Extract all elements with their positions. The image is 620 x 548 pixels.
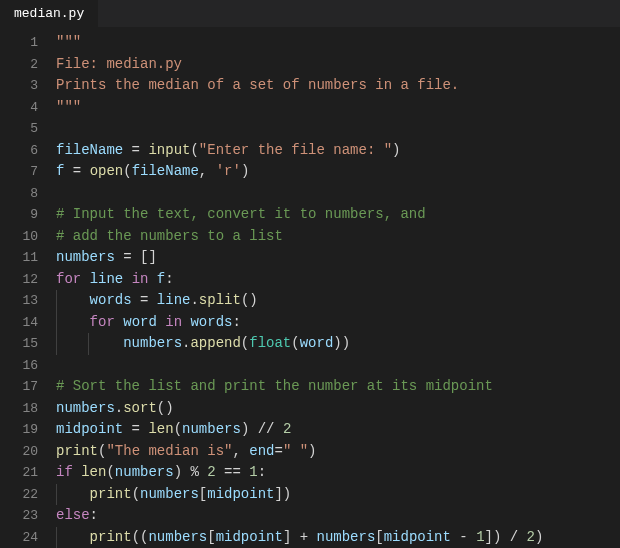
code-line[interactable]: for line in f: [56, 269, 620, 291]
token-fn: sort [123, 400, 157, 416]
code-line[interactable]: print((numbers[midpoint] + numbers[midpo… [56, 527, 620, 549]
code-line[interactable] [56, 183, 620, 205]
token-op: ( [106, 464, 114, 480]
line-number: 15 [0, 333, 56, 355]
token-var: word [123, 314, 157, 330]
tab-median[interactable]: median.py [0, 0, 99, 27]
token-num: 1 [476, 529, 484, 545]
token-var: midpoint [384, 529, 451, 545]
code-line[interactable]: words = line.split() [56, 290, 620, 312]
token-op: : [258, 464, 266, 480]
token-op: ( [190, 142, 198, 158]
code-line[interactable]: fileName = input("Enter the file name: "… [56, 140, 620, 162]
token-str: """ [56, 34, 81, 50]
code-line[interactable]: numbers.sort() [56, 398, 620, 420]
code-line[interactable]: Prints the median of a set of numbers in… [56, 75, 620, 97]
token-str: " " [283, 443, 308, 459]
line-number: 18 [0, 398, 56, 420]
token-op: , [199, 163, 216, 179]
token-str: Prints the median of a set of numbers in… [56, 77, 459, 93]
token-kw: in [132, 271, 149, 287]
token-op [56, 335, 123, 351]
token-op: = [] [115, 249, 157, 265]
indent-guide [88, 333, 89, 355]
code-line[interactable]: # add the numbers to a list [56, 226, 620, 248]
token-str: 'r' [216, 163, 241, 179]
token-com: # Sort the list and print the number at … [56, 378, 493, 394]
line-number: 13 [0, 290, 56, 312]
code-line[interactable]: numbers = [] [56, 247, 620, 269]
code-line[interactable] [56, 355, 620, 377]
token-kw: for [56, 271, 81, 287]
line-number: 2 [0, 54, 56, 76]
code-line[interactable]: numbers.append(float(word)) [56, 333, 620, 355]
token-kw: in [165, 314, 182, 330]
code-line[interactable]: File: median.py [56, 54, 620, 76]
token-kw: if [56, 464, 73, 480]
token-op [56, 529, 90, 545]
code-line[interactable]: # Input the text, convert it to numbers,… [56, 204, 620, 226]
code-area[interactable]: """File: median.pyPrints the median of a… [56, 28, 620, 548]
token-fn: len [81, 464, 106, 480]
token-var: numbers [123, 335, 182, 351]
token-fn: input [148, 142, 190, 158]
token-fn: print [56, 443, 98, 459]
indent-guide [56, 333, 57, 355]
token-op: . [190, 292, 198, 308]
token-op: = [123, 142, 148, 158]
code-line[interactable]: print(numbers[midpoint]) [56, 484, 620, 506]
code-line[interactable]: f = open(fileName, 'r') [56, 161, 620, 183]
token-num: 2 [207, 464, 215, 480]
token-op: ) [535, 529, 543, 545]
code-line[interactable] [56, 118, 620, 140]
token-op: )) [333, 335, 350, 351]
token-fn: print [90, 529, 132, 545]
token-com: # Input the text, convert it to numbers,… [56, 206, 426, 222]
token-op: = [274, 443, 282, 459]
token-var: line [90, 271, 124, 287]
token-var: words [90, 292, 132, 308]
token-op: () [241, 292, 258, 308]
token-var: numbers [140, 486, 199, 502]
code-line[interactable]: if len(numbers) % 2 == 1: [56, 462, 620, 484]
token-op: ) [241, 163, 249, 179]
line-number: 11 [0, 247, 56, 269]
token-op: = [64, 163, 89, 179]
token-op: ]) [274, 486, 291, 502]
code-line[interactable]: """ [56, 32, 620, 54]
code-line[interactable]: midpoint = len(numbers) // 2 [56, 419, 620, 441]
code-line[interactable]: # Sort the list and print the number at … [56, 376, 620, 398]
token-fn: append [190, 335, 240, 351]
token-num: 1 [249, 464, 257, 480]
code-line[interactable]: """ [56, 97, 620, 119]
tab-filename: median.py [14, 6, 84, 21]
token-fn: print [90, 486, 132, 502]
token-op: - [451, 529, 476, 545]
code-line[interactable]: for word in words: [56, 312, 620, 334]
line-number: 6 [0, 140, 56, 162]
token-op [81, 271, 89, 287]
token-op: : [232, 314, 240, 330]
line-number: 3 [0, 75, 56, 97]
token-op: ( [174, 421, 182, 437]
token-var: line [157, 292, 191, 308]
token-op [56, 292, 90, 308]
token-op [157, 314, 165, 330]
token-var: midpoint [56, 421, 123, 437]
token-var: midpoint [216, 529, 283, 545]
token-str: File: median.py [56, 56, 182, 72]
token-op [115, 314, 123, 330]
token-op: ] + [283, 529, 317, 545]
code-line[interactable]: else: [56, 505, 620, 527]
token-op: : [165, 271, 173, 287]
line-number: 5 [0, 118, 56, 140]
token-kw: else [56, 507, 90, 523]
token-op: : [90, 507, 98, 523]
code-line[interactable]: print("The median is", end=" ") [56, 441, 620, 463]
token-op [56, 486, 90, 502]
token-op: ( [123, 163, 131, 179]
line-number: 17 [0, 376, 56, 398]
token-str: "The median is" [106, 443, 232, 459]
token-op: ) [392, 142, 400, 158]
token-op: ) // [241, 421, 283, 437]
